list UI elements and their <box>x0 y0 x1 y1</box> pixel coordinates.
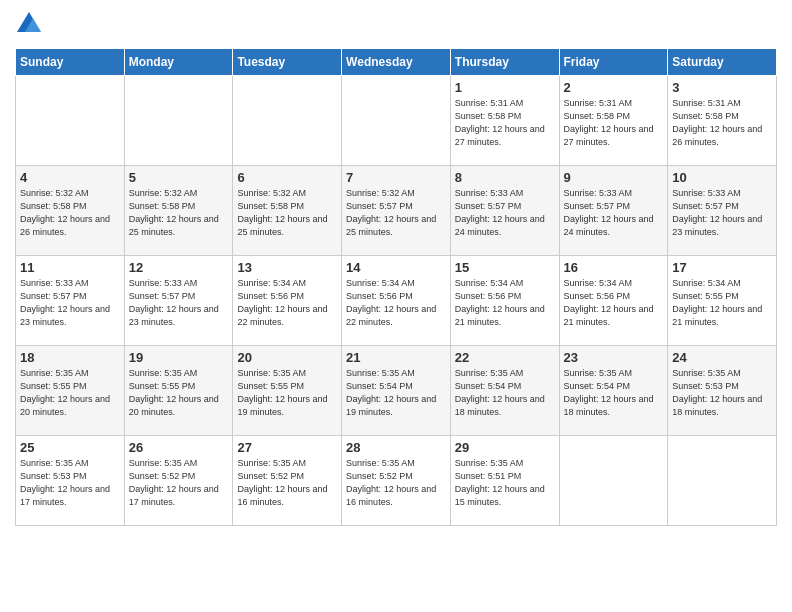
calendar-cell: 7Sunrise: 5:32 AM Sunset: 5:57 PM Daylig… <box>342 166 451 256</box>
day-number: 9 <box>564 170 664 185</box>
day-info: Sunrise: 5:35 AM Sunset: 5:54 PM Dayligh… <box>564 367 664 419</box>
calendar-cell: 25Sunrise: 5:35 AM Sunset: 5:53 PM Dayli… <box>16 436 125 526</box>
calendar-week-row: 18Sunrise: 5:35 AM Sunset: 5:55 PM Dayli… <box>16 346 777 436</box>
weekday-header-friday: Friday <box>559 49 668 76</box>
calendar-cell: 16Sunrise: 5:34 AM Sunset: 5:56 PM Dayli… <box>559 256 668 346</box>
weekday-header-row: SundayMondayTuesdayWednesdayThursdayFrid… <box>16 49 777 76</box>
day-number: 28 <box>346 440 446 455</box>
weekday-header-wednesday: Wednesday <box>342 49 451 76</box>
day-number: 1 <box>455 80 555 95</box>
day-number: 19 <box>129 350 229 365</box>
calendar-cell: 15Sunrise: 5:34 AM Sunset: 5:56 PM Dayli… <box>450 256 559 346</box>
calendar-cell: 9Sunrise: 5:33 AM Sunset: 5:57 PM Daylig… <box>559 166 668 256</box>
calendar-cell <box>124 76 233 166</box>
day-info: Sunrise: 5:33 AM Sunset: 5:57 PM Dayligh… <box>20 277 120 329</box>
calendar-cell: 4Sunrise: 5:32 AM Sunset: 5:58 PM Daylig… <box>16 166 125 256</box>
calendar-cell: 17Sunrise: 5:34 AM Sunset: 5:55 PM Dayli… <box>668 256 777 346</box>
day-number: 4 <box>20 170 120 185</box>
calendar-cell: 11Sunrise: 5:33 AM Sunset: 5:57 PM Dayli… <box>16 256 125 346</box>
day-info: Sunrise: 5:35 AM Sunset: 5:54 PM Dayligh… <box>346 367 446 419</box>
calendar-cell: 22Sunrise: 5:35 AM Sunset: 5:54 PM Dayli… <box>450 346 559 436</box>
day-number: 17 <box>672 260 772 275</box>
day-number: 23 <box>564 350 664 365</box>
day-info: Sunrise: 5:34 AM Sunset: 5:56 PM Dayligh… <box>237 277 337 329</box>
day-info: Sunrise: 5:31 AM Sunset: 5:58 PM Dayligh… <box>672 97 772 149</box>
logo <box>15 10 47 38</box>
calendar-cell: 2Sunrise: 5:31 AM Sunset: 5:58 PM Daylig… <box>559 76 668 166</box>
day-number: 24 <box>672 350 772 365</box>
calendar-cell: 28Sunrise: 5:35 AM Sunset: 5:52 PM Dayli… <box>342 436 451 526</box>
calendar-cell: 6Sunrise: 5:32 AM Sunset: 5:58 PM Daylig… <box>233 166 342 256</box>
day-info: Sunrise: 5:32 AM Sunset: 5:57 PM Dayligh… <box>346 187 446 239</box>
day-info: Sunrise: 5:32 AM Sunset: 5:58 PM Dayligh… <box>237 187 337 239</box>
day-info: Sunrise: 5:34 AM Sunset: 5:55 PM Dayligh… <box>672 277 772 329</box>
day-number: 10 <box>672 170 772 185</box>
day-info: Sunrise: 5:35 AM Sunset: 5:51 PM Dayligh… <box>455 457 555 509</box>
calendar-cell: 10Sunrise: 5:33 AM Sunset: 5:57 PM Dayli… <box>668 166 777 256</box>
calendar-cell: 29Sunrise: 5:35 AM Sunset: 5:51 PM Dayli… <box>450 436 559 526</box>
day-number: 25 <box>20 440 120 455</box>
day-info: Sunrise: 5:34 AM Sunset: 5:56 PM Dayligh… <box>455 277 555 329</box>
day-info: Sunrise: 5:35 AM Sunset: 5:52 PM Dayligh… <box>237 457 337 509</box>
day-info: Sunrise: 5:35 AM Sunset: 5:55 PM Dayligh… <box>20 367 120 419</box>
day-info: Sunrise: 5:35 AM Sunset: 5:52 PM Dayligh… <box>346 457 446 509</box>
weekday-header-sunday: Sunday <box>16 49 125 76</box>
day-info: Sunrise: 5:33 AM Sunset: 5:57 PM Dayligh… <box>455 187 555 239</box>
calendar-cell: 24Sunrise: 5:35 AM Sunset: 5:53 PM Dayli… <box>668 346 777 436</box>
day-number: 26 <box>129 440 229 455</box>
calendar-cell: 26Sunrise: 5:35 AM Sunset: 5:52 PM Dayli… <box>124 436 233 526</box>
calendar-cell: 23Sunrise: 5:35 AM Sunset: 5:54 PM Dayli… <box>559 346 668 436</box>
day-info: Sunrise: 5:35 AM Sunset: 5:53 PM Dayligh… <box>20 457 120 509</box>
day-number: 18 <box>20 350 120 365</box>
calendar-cell: 3Sunrise: 5:31 AM Sunset: 5:58 PM Daylig… <box>668 76 777 166</box>
calendar-cell: 20Sunrise: 5:35 AM Sunset: 5:55 PM Dayli… <box>233 346 342 436</box>
day-number: 14 <box>346 260 446 275</box>
calendar-cell: 13Sunrise: 5:34 AM Sunset: 5:56 PM Dayli… <box>233 256 342 346</box>
weekday-header-monday: Monday <box>124 49 233 76</box>
calendar-cell <box>233 76 342 166</box>
day-info: Sunrise: 5:35 AM Sunset: 5:52 PM Dayligh… <box>129 457 229 509</box>
day-number: 13 <box>237 260 337 275</box>
day-number: 27 <box>237 440 337 455</box>
day-number: 3 <box>672 80 772 95</box>
calendar-cell: 12Sunrise: 5:33 AM Sunset: 5:57 PM Dayli… <box>124 256 233 346</box>
calendar-cell: 27Sunrise: 5:35 AM Sunset: 5:52 PM Dayli… <box>233 436 342 526</box>
day-info: Sunrise: 5:31 AM Sunset: 5:58 PM Dayligh… <box>564 97 664 149</box>
day-number: 20 <box>237 350 337 365</box>
calendar-cell <box>342 76 451 166</box>
calendar-week-row: 4Sunrise: 5:32 AM Sunset: 5:58 PM Daylig… <box>16 166 777 256</box>
day-info: Sunrise: 5:32 AM Sunset: 5:58 PM Dayligh… <box>129 187 229 239</box>
day-info: Sunrise: 5:31 AM Sunset: 5:58 PM Dayligh… <box>455 97 555 149</box>
day-number: 16 <box>564 260 664 275</box>
calendar-week-row: 25Sunrise: 5:35 AM Sunset: 5:53 PM Dayli… <box>16 436 777 526</box>
calendar-cell: 5Sunrise: 5:32 AM Sunset: 5:58 PM Daylig… <box>124 166 233 256</box>
calendar-cell <box>668 436 777 526</box>
day-info: Sunrise: 5:35 AM Sunset: 5:53 PM Dayligh… <box>672 367 772 419</box>
day-number: 2 <box>564 80 664 95</box>
day-info: Sunrise: 5:34 AM Sunset: 5:56 PM Dayligh… <box>346 277 446 329</box>
day-info: Sunrise: 5:33 AM Sunset: 5:57 PM Dayligh… <box>129 277 229 329</box>
weekday-header-thursday: Thursday <box>450 49 559 76</box>
day-number: 21 <box>346 350 446 365</box>
day-number: 5 <box>129 170 229 185</box>
day-info: Sunrise: 5:32 AM Sunset: 5:58 PM Dayligh… <box>20 187 120 239</box>
day-info: Sunrise: 5:33 AM Sunset: 5:57 PM Dayligh… <box>672 187 772 239</box>
calendar-week-row: 1Sunrise: 5:31 AM Sunset: 5:58 PM Daylig… <box>16 76 777 166</box>
day-number: 15 <box>455 260 555 275</box>
calendar-cell: 8Sunrise: 5:33 AM Sunset: 5:57 PM Daylig… <box>450 166 559 256</box>
calendar-cell: 1Sunrise: 5:31 AM Sunset: 5:58 PM Daylig… <box>450 76 559 166</box>
calendar-week-row: 11Sunrise: 5:33 AM Sunset: 5:57 PM Dayli… <box>16 256 777 346</box>
day-info: Sunrise: 5:34 AM Sunset: 5:56 PM Dayligh… <box>564 277 664 329</box>
day-info: Sunrise: 5:33 AM Sunset: 5:57 PM Dayligh… <box>564 187 664 239</box>
weekday-header-saturday: Saturday <box>668 49 777 76</box>
calendar-cell: 19Sunrise: 5:35 AM Sunset: 5:55 PM Dayli… <box>124 346 233 436</box>
calendar-cell: 14Sunrise: 5:34 AM Sunset: 5:56 PM Dayli… <box>342 256 451 346</box>
day-number: 6 <box>237 170 337 185</box>
day-info: Sunrise: 5:35 AM Sunset: 5:54 PM Dayligh… <box>455 367 555 419</box>
page-header <box>15 10 777 38</box>
day-number: 12 <box>129 260 229 275</box>
logo-icon <box>15 10 43 38</box>
day-info: Sunrise: 5:35 AM Sunset: 5:55 PM Dayligh… <box>237 367 337 419</box>
weekday-header-tuesday: Tuesday <box>233 49 342 76</box>
calendar-table: SundayMondayTuesdayWednesdayThursdayFrid… <box>15 48 777 526</box>
